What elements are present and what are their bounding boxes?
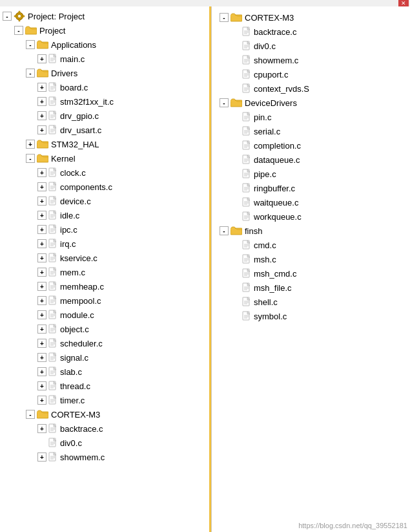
tree-node-dataqueue-c[interactable]: dataqueue.c	[217, 153, 410, 167]
expander-object-c[interactable]: +	[37, 325, 46, 334]
svg-rect-9	[37, 42, 41, 44]
tree-node-kernel[interactable]: - Kernel	[0, 151, 211, 165]
expander-scheduler-c[interactable]: +	[37, 339, 46, 348]
tree-node-device-c[interactable]: + device.c	[0, 194, 211, 208]
expander-cortex-m3-left[interactable]: -	[26, 410, 35, 419]
tree-node-components-c[interactable]: + components.c	[0, 180, 211, 194]
expander-drv-usart-c[interactable]: +	[37, 125, 46, 134]
expander-backtrace-c-left[interactable]: +	[37, 424, 46, 433]
tree-node-signal-c[interactable]: + signal.c	[0, 350, 211, 365]
tree-node-timer-c[interactable]: + timer.c	[0, 393, 211, 407]
tree-node-backtrace-c-left[interactable]: + backtrace.c	[0, 421, 211, 436]
node-label-shell-c: shell.c	[254, 297, 278, 307]
expander-cortex-m3-right[interactable]: -	[220, 13, 229, 22]
svg-rect-35	[37, 156, 41, 158]
tree-node-main-c[interactable]: + main.c	[0, 52, 211, 66]
expander-module-c[interactable]: +	[37, 310, 46, 319]
expander-stm32-hal[interactable]: +	[26, 140, 35, 149]
close-button[interactable]: ✕	[398, 0, 409, 6]
tree-node-idle-c[interactable]: + idle.c	[0, 208, 211, 222]
expander-finsh[interactable]: -	[220, 226, 229, 235]
tree-node-devicedrivers[interactable]: - DeviceDrivers	[217, 96, 410, 110]
node-label-kernel: Kernel	[51, 154, 76, 164]
expander-kservice-c[interactable]: +	[37, 253, 46, 262]
tree-node-finsh[interactable]: - finsh	[217, 224, 410, 238]
tree-node-showmem-c-left[interactable]: + showmem.c	[0, 450, 211, 464]
tree-node-project-root[interactable]: - Project: Project	[0, 9, 211, 23]
expander-components-c[interactable]: +	[37, 182, 46, 191]
expander-project-root[interactable]: -	[3, 12, 12, 21]
node-label-div0-c: div0.c	[254, 41, 276, 51]
tree-node-cpuport-c[interactable]: cpuport.c	[217, 67, 410, 81]
tree-node-kservice-c[interactable]: + kservice.c	[0, 251, 211, 265]
tree-node-backtrace-c[interactable]: backtrace.c	[217, 25, 410, 39]
expander-main-c[interactable]: +	[37, 54, 46, 63]
tree-node-msh-c[interactable]: msh.c	[217, 252, 410, 266]
expander-devicedrivers[interactable]: -	[220, 98, 229, 107]
tree-node-object-c[interactable]: + object.c	[0, 322, 211, 336]
expander-timer-c[interactable]: +	[37, 396, 46, 405]
node-label-finsh: finsh	[245, 226, 262, 236]
tree-node-drv-gpio-c[interactable]: + drv_gpio.c	[0, 109, 211, 123]
tree-node-project-node[interactable]: - Project	[0, 23, 211, 37]
tree-node-div0-c[interactable]: div0.c	[217, 39, 410, 53]
tree-node-cmd-c[interactable]: cmd.c	[217, 238, 410, 252]
expander-thread-c[interactable]: +	[37, 381, 46, 390]
expander-kernel[interactable]: -	[26, 154, 35, 163]
tree-node-shell-c[interactable]: shell.c	[217, 295, 410, 309]
tree-node-scheduler-c[interactable]: + scheduler.c	[0, 336, 211, 350]
svg-rect-105	[37, 412, 41, 414]
tree-node-drv-usart-c[interactable]: + drv_usart.c	[0, 123, 211, 137]
expander-irq-c[interactable]: +	[37, 239, 46, 248]
expander-mempool-c[interactable]: +	[37, 296, 46, 305]
expander-ipc-c[interactable]: +	[37, 225, 46, 234]
tree-node-cortex-m3-right[interactable]: - CORTEX-M3	[217, 10, 410, 25]
expander-device-c[interactable]: +	[37, 197, 46, 206]
tree-node-pipe-c[interactable]: pipe.c	[217, 167, 410, 181]
tree-node-ringbuffer-c[interactable]: ringbuffer.c	[217, 181, 410, 195]
tree-node-stm32-hal[interactable]: + STM32_HAL	[0, 137, 211, 151]
tree-node-completion-c[interactable]: completion.c	[217, 138, 410, 153]
tree-node-thread-c[interactable]: + thread.c	[0, 379, 211, 393]
node-label-module-c: module.c	[60, 310, 94, 320]
tree-node-board-c[interactable]: + board.c	[0, 80, 211, 94]
expander-mem-c[interactable]: +	[37, 268, 46, 277]
tree-node-drivers[interactable]: - Drivers	[0, 66, 211, 80]
tree-node-mempool-c[interactable]: + mempool.c	[0, 293, 211, 308]
tree-node-memheap-c[interactable]: + memheap.c	[0, 279, 211, 293]
expander-slab-c[interactable]: +	[37, 367, 46, 376]
tree-node-mem-c[interactable]: + mem.c	[0, 265, 211, 279]
tree-node-waitqueue-c[interactable]: waitqueue.c	[217, 195, 410, 209]
expander-applications[interactable]: -	[26, 40, 35, 49]
tree-node-div0-c-left[interactable]: div0.c	[0, 436, 211, 450]
expander-memheap-c[interactable]: +	[37, 282, 46, 291]
expander-project-node[interactable]: -	[14, 26, 23, 35]
tree-node-clock-c[interactable]: + clock.c	[0, 165, 211, 180]
expander-signal-c[interactable]: +	[37, 353, 46, 362]
expander-stm32f1xx-c[interactable]: +	[37, 97, 46, 106]
tree-node-ipc-c[interactable]: + ipc.c	[0, 222, 211, 237]
folder-icon-devicedrivers	[231, 98, 242, 107]
tree-node-showmem-c[interactable]: showmem.c	[217, 53, 410, 67]
tree-node-cortex-m3-left[interactable]: - CORTEX-M3	[0, 407, 211, 421]
expander-drv-gpio-c[interactable]: +	[37, 111, 46, 120]
expander-showmem-c-left[interactable]: +	[37, 452, 46, 462]
expander-clock-c[interactable]: +	[37, 168, 46, 177]
tree-node-context-rvds[interactable]: context_rvds.S	[217, 81, 410, 96]
tree-node-pin-c[interactable]: pin.c	[217, 110, 410, 124]
tree-node-stm32f1xx-c[interactable]: + stm32f1xx_it.c	[0, 94, 211, 109]
tree-node-slab-c[interactable]: + slab.c	[0, 365, 211, 379]
node-label-signal-c: signal.c	[60, 353, 88, 363]
tree-node-symbol-c[interactable]: symbol.c	[217, 309, 410, 323]
tree-node-applications[interactable]: - Applications	[0, 37, 211, 52]
tree-node-workqueue-c[interactable]: workqueue.c	[217, 209, 410, 224]
tree-node-serial-c[interactable]: serial.c	[217, 124, 410, 138]
expander-drivers[interactable]: -	[26, 69, 35, 78]
tree-node-msh-cmd-c[interactable]: msh_cmd.c	[217, 266, 410, 281]
tree-node-msh-file-c[interactable]: msh_file.c	[217, 281, 410, 295]
expander-idle-c[interactable]: +	[37, 211, 46, 220]
node-label-completion-c: completion.c	[254, 141, 301, 151]
tree-node-irq-c[interactable]: + irq.c	[0, 237, 211, 251]
expander-board-c[interactable]: +	[37, 83, 46, 92]
tree-node-module-c[interactable]: + module.c	[0, 308, 211, 322]
